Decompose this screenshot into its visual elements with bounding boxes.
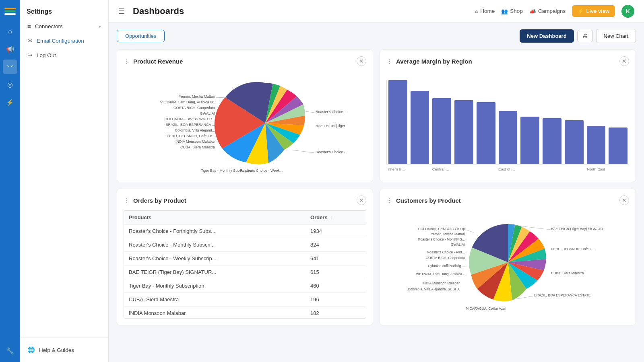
email-icon: ✉ xyxy=(27,37,33,44)
new-dashboard-button[interactable]: New Dashboard xyxy=(520,29,574,43)
svg-text:Yemen, Mocha Mattari: Yemen, Mocha Mattari xyxy=(179,95,215,99)
product-cell: Roaster's Choice - Fortnightly Subs... xyxy=(124,224,305,238)
svg-text:PERU, CECANOR, Cafe F...: PERU, CECANOR, Cafe F... xyxy=(551,247,594,251)
svg-text:INDIA Monsoon Malabar: INDIA Monsoon Malabar xyxy=(175,140,215,144)
sidebar-item-connectors[interactable]: ≡ Connectors ▾ xyxy=(23,19,105,33)
svg-text:Tiger Bay - Monthly Subscripti: Tiger Bay - Monthly Subscription xyxy=(201,169,253,173)
user-avatar[interactable]: K xyxy=(621,5,634,18)
sidebar-item-email-label: Email Configuration xyxy=(37,38,84,44)
lightning-icon: ⚡ xyxy=(578,8,584,14)
sidebar-item-connectors-label: Connectors xyxy=(35,23,63,29)
header-home-link[interactable]: ⌂ Home xyxy=(475,8,495,14)
nav-megaphone-icon[interactable]: 📢 xyxy=(3,42,17,56)
sidebar-item-help[interactable]: 🌐 Help & Guides xyxy=(23,343,105,357)
orders-cell: 460 xyxy=(305,279,366,293)
svg-text:Cyfuniad coffi Nadolig ...: Cyfuniad coffi Nadolig ... xyxy=(428,264,465,268)
print-icon: 🖨 xyxy=(582,33,588,39)
bar-label xyxy=(476,167,495,171)
svg-text:Roaster's Choice - Fort...: Roaster's Choice - Fort... xyxy=(427,250,464,254)
help-icon: 🌐 xyxy=(27,346,35,354)
svg-text:BAE TEIGR (Tiger Bay)  SIGNATU: BAE TEIGR (Tiger Bay) SIGNATU... xyxy=(551,227,606,231)
orders-close[interactable]: ✕ xyxy=(357,195,366,205)
bar-label: rthern Ireland xyxy=(388,167,407,171)
new-chart-button[interactable]: New Chart xyxy=(596,29,636,43)
header-campaigns-link[interactable]: 📣 Campaigns xyxy=(529,8,566,14)
nav-bolt-icon[interactable]: ⚡ xyxy=(3,95,17,109)
bar-label xyxy=(543,167,561,171)
live-view-button[interactable]: ⚡ Live view xyxy=(572,5,615,17)
logo-bar-3 xyxy=(4,13,16,15)
nav-wrench-icon[interactable]: 🔧 xyxy=(3,343,17,358)
product-cell: BAE TEIGR (Tiger Bay) SIGNATUR... xyxy=(124,265,305,279)
bar-item xyxy=(411,91,429,164)
product-cell: Roaster's Choice - Monthly Subscri... xyxy=(124,238,305,252)
product-revenue-close[interactable]: ✕ xyxy=(357,56,366,66)
svg-text:GWALIA!: GWALIA! xyxy=(450,243,464,247)
table-row: Roaster's Choice - Monthly Subscri...824 xyxy=(124,238,366,252)
svg-text:BAE TEIGR (Tiger Bay) S...: BAE TEIGR (Tiger Bay) S... xyxy=(316,124,346,128)
avg-margin-menu-icon[interactable]: ⋮ xyxy=(386,58,393,65)
table-row: INDIA Monsoon Malabar182 xyxy=(124,306,366,319)
bar-item xyxy=(499,111,518,164)
svg-text:Colombia, Villa Alejandra, GES: Colombia, Villa Alejandra, GESHA xyxy=(408,287,460,291)
home-icon: ⌂ xyxy=(475,8,478,14)
product-cell: Roaster's Choice - Weekly Subscrip... xyxy=(124,252,305,265)
connectors-icon: ≡ xyxy=(27,23,31,30)
svg-text:NICARAGUA, Colibri Azul: NICARAGUA, Colibri Azul xyxy=(466,306,506,311)
svg-line-14 xyxy=(293,150,314,153)
sidebar: Settings ≡ Connectors ▾ ✉ Email Configur… xyxy=(20,0,109,362)
menu-icon[interactable]: ☰ xyxy=(118,7,125,16)
svg-line-19 xyxy=(466,230,474,232)
nav-home-icon[interactable]: ⌂ xyxy=(3,24,17,39)
table-row: BAE TEIGR (Tiger Bay) SIGNATUR...615 xyxy=(124,265,366,279)
svg-line-17 xyxy=(305,111,314,113)
product-revenue-title: Product Revenue xyxy=(133,58,183,65)
average-margin-bar-chart: rthern IrelandCentral LondonEast of Engl… xyxy=(386,71,629,171)
average-margin-close[interactable]: ✕ xyxy=(619,56,629,66)
orders-cell: 196 xyxy=(305,293,366,306)
svg-text:INDIA Monsoon Malabar: INDIA Monsoon Malabar xyxy=(422,281,460,285)
product-cell: CUBA, Siera Maestra xyxy=(124,293,305,306)
col-orders[interactable]: Orders ↕ xyxy=(305,211,366,224)
sidebar-section: ≡ Connectors ▾ ✉ Email Configuration ↪ L… xyxy=(20,19,108,62)
average-margin-title: Average Margin by Region xyxy=(396,58,472,65)
svg-text:VIETNAM, Lam Dong, Arabica...: VIETNAM, Lam Dong, Arabica... xyxy=(416,272,465,276)
tab-bar: Opportunities New Dashboard 🖨 New Chart xyxy=(117,29,636,43)
bar-label xyxy=(565,167,584,171)
bar-label: Central London xyxy=(432,167,451,171)
orders-table-wrapper[interactable]: Products Orders ↕ Roaster's Choice - For… xyxy=(124,210,366,319)
logo-bar-1 xyxy=(4,8,16,9)
charts-grid: ⋮ Product Revenue ✕ xyxy=(117,49,636,325)
header-home-label: Home xyxy=(480,8,495,14)
sidebar-item-logout[interactable]: ↪ Log Out xyxy=(23,48,105,62)
svg-text:BRAZIL, BOA ESPERANCA ...: BRAZIL, BOA ESPERANCA ... xyxy=(165,123,215,127)
customers-menu-icon[interactable]: ⋮ xyxy=(386,197,393,204)
sidebar-item-email-config[interactable]: ✉ Email Configuration xyxy=(23,33,105,48)
orders-cell: 1934 xyxy=(305,224,366,238)
top-header: ☰ Dashboards ⌂ Home 👥 Shop 📣 Campaigns ⚡… xyxy=(109,0,644,23)
nav-analytics-icon[interactable]: 〰 xyxy=(3,60,17,74)
chart-menu-icon[interactable]: ⋮ xyxy=(124,58,130,65)
customers-close[interactable]: ✕ xyxy=(619,195,629,205)
bar-item xyxy=(543,118,561,164)
bar-item xyxy=(609,128,627,164)
svg-text:Roaster's Choice - Monthly S..: Roaster's Choice - Monthly S... xyxy=(418,237,465,241)
customers-pie: COLOMBIA, CENCOIC Co-Op Yemen, Mocha Mat… xyxy=(386,210,629,315)
bar-item xyxy=(565,120,584,164)
tab-opportunities[interactable]: Opportunities xyxy=(117,30,165,42)
svg-text:COLOMBIA, CENCOIC Co-Op: COLOMBIA, CENCOIC Co-Op xyxy=(418,227,464,231)
shop-icon: 👥 xyxy=(501,8,508,14)
live-view-label: Live view xyxy=(586,8,609,14)
bar-item xyxy=(432,98,451,164)
table-row: Tiger Bay - Monthly Subscription460 xyxy=(124,279,366,293)
page-title: Dashboards xyxy=(133,6,469,16)
bar-item xyxy=(454,100,473,164)
nav-target-icon[interactable]: ◎ xyxy=(3,77,17,92)
print-button[interactable]: 🖨 xyxy=(577,30,593,42)
bar-label xyxy=(410,167,429,171)
customers-title: Customers by Product xyxy=(396,197,461,204)
bar-label: East of England xyxy=(498,167,517,171)
app-logo xyxy=(3,4,17,19)
orders-menu-icon[interactable]: ⋮ xyxy=(124,197,130,204)
header-shop-link[interactable]: 👥 Shop xyxy=(501,8,523,14)
